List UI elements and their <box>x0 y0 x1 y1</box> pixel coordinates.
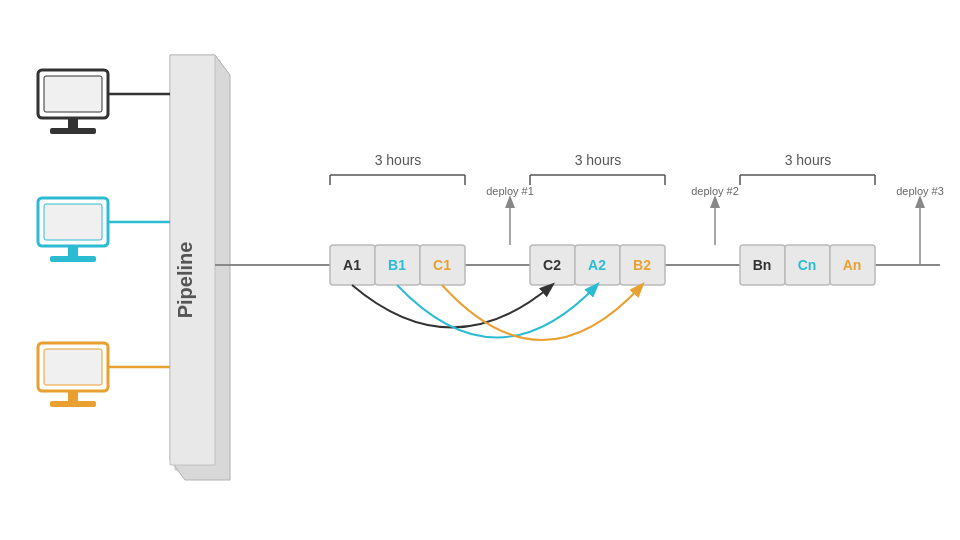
cell-b1: B1 <box>388 257 406 273</box>
cell-c2: C2 <box>543 257 561 273</box>
cell-an: An <box>843 257 862 273</box>
svg-rect-6 <box>68 118 78 128</box>
batch1-duration: 3 hours <box>375 152 422 168</box>
svg-rect-16 <box>68 391 78 401</box>
cell-b2: B2 <box>633 257 651 273</box>
deploy2-label: deploy #2 <box>691 185 739 197</box>
svg-rect-5 <box>44 76 102 112</box>
svg-rect-11 <box>68 246 78 256</box>
cell-a1: A1 <box>343 257 361 273</box>
svg-rect-12 <box>50 256 96 262</box>
cell-c1: C1 <box>433 257 451 273</box>
pipeline-label: Pipeline <box>174 242 196 319</box>
deploy3-label: deploy #3 <box>896 185 944 197</box>
batch2-duration: 3 hours <box>575 152 622 168</box>
cell-a2: A2 <box>588 257 606 273</box>
diagram-canvas: Pipeline 3 hours A1 <box>0 0 960 540</box>
svg-rect-17 <box>50 401 96 407</box>
svg-rect-15 <box>44 349 102 385</box>
svg-rect-7 <box>50 128 96 134</box>
cell-cn: Cn <box>798 257 817 273</box>
deploy1-label: deploy #1 <box>486 185 534 197</box>
batch3-duration: 3 hours <box>785 152 832 168</box>
cell-bn: Bn <box>753 257 772 273</box>
svg-rect-10 <box>44 204 102 240</box>
